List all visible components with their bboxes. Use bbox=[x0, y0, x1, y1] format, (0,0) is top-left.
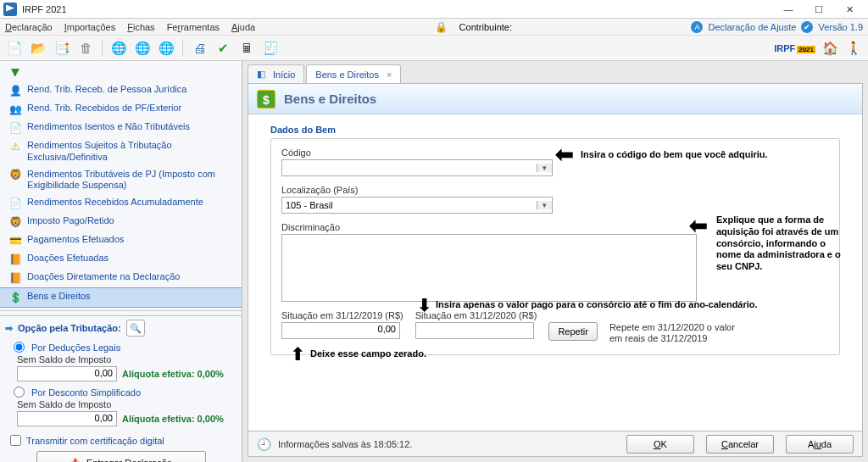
gift-icon: 📙 bbox=[8, 253, 22, 266]
opt2-eff: Alíquota efetiva: 0,00% bbox=[122, 414, 224, 424]
trash-icon[interactable]: 🗑 bbox=[76, 39, 95, 58]
arrow-left-icon: ⬅ bbox=[689, 214, 708, 237]
receipt-icon[interactable]: 🧾 bbox=[261, 39, 280, 58]
close-button[interactable]: ✕ bbox=[834, 1, 865, 18]
people-icon: 👥 bbox=[8, 103, 22, 116]
sidebar-item-isentos[interactable]: 📄Rendimentos Isentos e Não Tributáveis bbox=[0, 119, 242, 137]
app-icon bbox=[3, 3, 17, 16]
help-button[interactable]: Ajuda bbox=[786, 435, 854, 454]
repetir-hint: Repete em 31/12/2020 o valorem reais de … bbox=[609, 322, 735, 344]
person-icon[interactable]: 🚶 bbox=[844, 39, 863, 58]
check-icon[interactable]: ✔ bbox=[214, 39, 232, 58]
menu-fichas[interactable]: Fichas bbox=[127, 22, 154, 32]
toolbar: 📄 📂 📑 🗑 🌐 🌐 🌐 🖨 ✔ 🖩 🧾 IRPF2021 🏠 🚶 bbox=[0, 36, 868, 61]
arrow-up-icon: ⬅ bbox=[290, 347, 307, 361]
tab-close-icon[interactable]: × bbox=[387, 70, 392, 80]
doc-blue-icon: 📄 bbox=[8, 197, 22, 210]
search-tax-button[interactable]: 🔍 bbox=[126, 320, 145, 337]
globe1-icon[interactable]: 🌐 bbox=[109, 39, 128, 58]
ok-button[interactable]: OK bbox=[626, 435, 694, 454]
radio-deducoes[interactable] bbox=[14, 342, 25, 353]
chevron-down-icon: ▾ bbox=[537, 164, 552, 172]
version-icon: ✔ bbox=[801, 21, 813, 33]
globe2-icon[interactable]: 🌐 bbox=[133, 39, 152, 58]
open-icon[interactable]: 📂 bbox=[29, 39, 47, 58]
clock-icon: 🕘 bbox=[257, 437, 271, 451]
disc-textarea[interactable] bbox=[281, 234, 697, 302]
checkbox-transmitir[interactable] bbox=[10, 435, 21, 446]
ajuste-icon: A bbox=[691, 21, 703, 33]
sit2020-input[interactable] bbox=[415, 322, 534, 339]
opt2-label: Por Desconto Simplificado bbox=[31, 387, 141, 398]
window-title: IRPF 2021 bbox=[22, 4, 773, 14]
sidebar-item-acumulado[interactable]: 📄Rendimentos Recebidos Acumuladamente bbox=[0, 194, 242, 213]
radio-simplificado[interactable] bbox=[14, 387, 25, 398]
gift2-icon: 📙 bbox=[8, 271, 22, 285]
entregar-label: Entregar Declaração bbox=[86, 458, 172, 462]
card-icon: 💳 bbox=[8, 234, 22, 248]
sit2019-input[interactable]: 0,00 bbox=[281, 322, 400, 339]
sidebar-item-pagamentos[interactable]: 💳Pagamentos Efetuados bbox=[0, 231, 242, 250]
contribuinte-label: Contribuinte: bbox=[459, 22, 512, 32]
opt1-label: Por Deduções Legais bbox=[31, 342, 120, 353]
annot-valor: ⬅ Insira apenas o valor pago para o cons… bbox=[416, 296, 758, 313]
menu-ferramentas[interactable]: Ferramentas bbox=[167, 22, 220, 32]
panel-header: $ Bens e Direitos bbox=[248, 84, 862, 114]
sidebar-item-expand[interactable]: ⯆ bbox=[0, 63, 242, 81]
tab-bens-label: Bens e Direitos bbox=[315, 70, 379, 80]
tab-inicio[interactable]: ◧ Início bbox=[248, 64, 304, 83]
codigo-select[interactable]: ▾ bbox=[281, 159, 553, 176]
menu-ajuda[interactable]: Ajuda bbox=[231, 22, 255, 32]
maximize-button[interactable]: ☐ bbox=[804, 1, 834, 18]
menu-importacoes[interactable]: Importações bbox=[64, 22, 116, 32]
cancel-button[interactable]: Cancelar bbox=[706, 435, 774, 454]
repetir-button[interactable]: Repetir bbox=[548, 322, 597, 341]
sidebar-item-exclusiva[interactable]: ⚠Rendimentos Sujeitos à Tributação Exclu… bbox=[0, 137, 242, 166]
opt2-value: 0,00 bbox=[17, 411, 117, 426]
sidebar-item-bens-direitos[interactable]: 💲Bens e Direitos bbox=[0, 287, 242, 308]
bottom-bar: 🕘 Informações salvas às 18:05:12. OK Can… bbox=[248, 431, 862, 456]
form-area: Dados do Bem Código ▾ Localização (País)… bbox=[248, 114, 862, 360]
minimize-button[interactable]: — bbox=[773, 1, 804, 18]
money-icon: 💲 bbox=[8, 291, 22, 304]
person-red-icon: 👤 bbox=[8, 84, 22, 97]
title-bar: IRPF 2021 — ☐ ✕ bbox=[0, 0, 868, 19]
globe3-icon[interactable]: 🌐 bbox=[157, 39, 175, 58]
content-area: ◧ Início Bens e Direitos × $ Bens e Dire… bbox=[242, 61, 868, 462]
sidebar-item-imposto[interactable]: 🦁Imposto Pago/Retido bbox=[0, 213, 242, 231]
arrow-left-icon: ⬅ bbox=[555, 143, 574, 165]
irpf-logo: IRPF2021 bbox=[774, 43, 815, 53]
deliver-icon: 📤 bbox=[70, 458, 81, 463]
panel-money-icon: $ bbox=[257, 90, 275, 109]
sidebar-item-rend-pj[interactable]: 👤Rend. Trib. Receb. de Pessoa Jurídica bbox=[0, 81, 242, 100]
version-label: Versão 1.9 bbox=[818, 22, 863, 32]
transmitir-label: Transmitir com certificação digital bbox=[26, 436, 164, 446]
menu-declaracao[interactable]: Declaração bbox=[5, 22, 53, 32]
decl-ajuste-label: Declaração de Ajuste bbox=[708, 22, 796, 32]
tab-bens[interactable]: Bens e Direitos × bbox=[306, 64, 401, 83]
opt2-sub: Sem Saldo de Imposto bbox=[17, 399, 236, 409]
calc-icon[interactable]: 🖩 bbox=[237, 39, 256, 58]
loc-select[interactable]: 105 - Brasil ▾ bbox=[281, 197, 553, 214]
panel-title: Bens e Direitos bbox=[284, 92, 376, 106]
sidebar-item-rend-pf[interactable]: 👥Rend. Trib. Recebidos de PF/Exterior bbox=[0, 100, 242, 119]
copy-icon[interactable]: 📑 bbox=[53, 39, 71, 58]
sidebar-item-doacoes-decl[interactable]: 📙Doações Diretamente na Declaração bbox=[0, 269, 242, 287]
print-icon[interactable]: 🖨 bbox=[190, 39, 209, 58]
opcao-title: Opção pela Tributação: bbox=[18, 323, 121, 333]
doc-green-icon: 📄 bbox=[8, 121, 22, 135]
tab-strip: ◧ Início Bens e Direitos × bbox=[242, 61, 868, 83]
home-icon[interactable]: 🏠 bbox=[821, 39, 839, 58]
opt1-eff: Alíquota efetiva: 0,00% bbox=[122, 369, 224, 379]
sit2019-label: Situação em 31/12/2019 (R$) bbox=[281, 310, 403, 320]
sidebar-item-doacoes[interactable]: 📙Doações Efetuadas bbox=[0, 250, 242, 269]
entregar-button[interactable]: 📤 Entregar Declaração bbox=[36, 451, 206, 462]
sidebar-item-exigibilidade[interactable]: 🦁Rendimentos Tributáveis de PJ (Imposto … bbox=[0, 166, 242, 195]
fieldset-title: Dados do Bem bbox=[270, 125, 840, 135]
new-icon[interactable]: 📄 bbox=[5, 39, 24, 58]
chevron-down-icon: ▾ bbox=[537, 201, 552, 209]
lion-icon: 🦁 bbox=[8, 169, 22, 182]
sidebar-list: ⯆ 👤Rend. Trib. Receb. de Pessoa Jurídica… bbox=[0, 61, 242, 315]
warn-icon: ⚠ bbox=[8, 140, 22, 153]
opt1-sub: Sem Saldo de Imposto bbox=[17, 354, 236, 365]
